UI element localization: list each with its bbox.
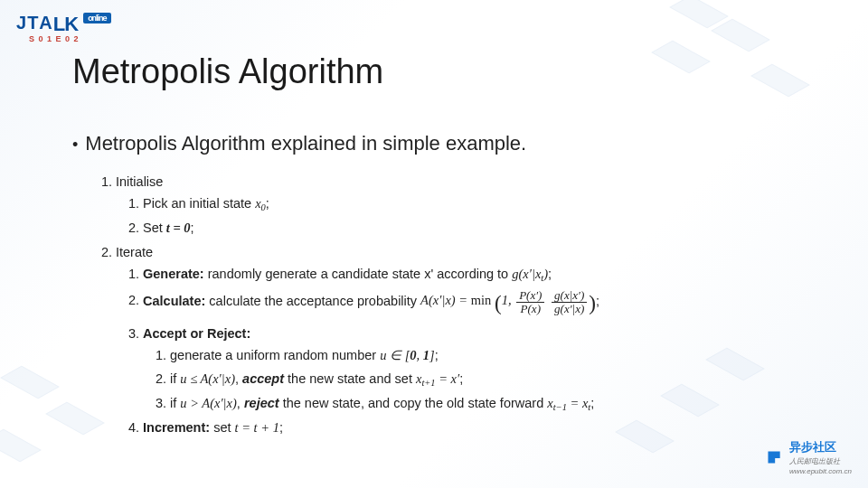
bullet-text: Metropolis Algorithm explained in simple…: [85, 132, 526, 155]
algo-subsubstep: generate a uniform random number u ∈ [0,…: [170, 345, 814, 365]
algo-text: the new state, and copy the old state fo…: [279, 396, 548, 410]
brand-logo-jtalk: JTALK online: [16, 13, 111, 36]
algo-strong: Calculate:: [143, 293, 205, 307]
algo-math: u ≤ A(x′|x): [180, 371, 235, 386]
algo-math: g(x′|xt): [512, 267, 548, 281]
algo-text: Set: [143, 221, 166, 235]
algo-step-label: Iterate: [116, 245, 153, 259]
algo-math: A(x′|x) = min (1, P(x′)P(x) g(x|x′)g(x′|…: [420, 293, 596, 307]
bullet-dot-icon: •: [72, 132, 78, 157]
algo-math: xt−1 = xt: [547, 396, 590, 410]
algo-substep-accept-reject: Accept or Reject: generate a uniform ran…: [143, 324, 814, 415]
algo-text: if: [170, 371, 180, 386]
algorithm-block: Initialise Pick an initial state x0; Set…: [96, 172, 814, 442]
algo-step-label: Initialise: [116, 174, 163, 189]
algo-substep: Set t = 0;: [143, 218, 814, 238]
brand-episode-code: S 0 1 E 0 2: [29, 34, 80, 43]
algo-step-iterate: Iterate Generate: randomly generate a ca…: [116, 242, 814, 438]
algo-math: x0: [255, 196, 266, 211]
algo-strong: Accept or Reject:: [143, 326, 250, 341]
bullet-item: • Metropolis Algorithm explained in simp…: [72, 132, 526, 157]
algo-substep-generate: Generate: randomly generate a candidate …: [143, 264, 814, 286]
algo-substep: Pick an initial state x0;: [143, 193, 814, 215]
algo-text: the new state and set: [284, 371, 416, 386]
page-title: Metropolis Algorithm: [72, 52, 383, 91]
algo-subsubstep: if u > A(x′|x), reject the new state, an…: [170, 393, 814, 415]
algo-math: t = 0: [166, 221, 191, 235]
algo-strong: Generate:: [143, 267, 204, 281]
algo-text: set: [210, 420, 234, 435]
algo-math: xt+1 = x′: [416, 371, 459, 386]
algo-text: randomly generate a candidate state x' a…: [204, 267, 513, 281]
algo-text: generate a uniform random number: [170, 348, 380, 362]
algo-substep-increment: Increment: set t = t + 1;: [143, 418, 814, 437]
algo-action: accept: [242, 371, 284, 386]
epubit-mark-icon: [764, 447, 784, 467]
algo-action: reject: [244, 396, 279, 410]
algo-subsubstep: if u ≤ A(x′|x), accept the new state and…: [170, 369, 814, 390]
algo-math: u > A(x′|x): [180, 396, 237, 410]
algo-step-initialise: Initialise Pick an initial state x0; Set…: [116, 172, 814, 239]
algo-text: if: [170, 396, 180, 410]
algo-substep-calculate: Calculate: calculate the acceptance prob…: [143, 288, 814, 321]
background-cubes-top-right: [642, 0, 868, 145]
brand-logo-epubit: 异步社区 人民邮电出版社 www.epubit.com.cn: [764, 439, 852, 475]
algo-text: ,: [235, 371, 242, 386]
algo-math: t = t + 1: [235, 420, 279, 435]
algo-text: Pick an initial state: [143, 196, 255, 211]
epubit-text: 异步社区: [789, 440, 836, 454]
algo-math-one: 1: [502, 293, 508, 307]
algo-text: ,: [237, 396, 244, 410]
algo-text: calculate the acceptance probability: [205, 293, 420, 307]
algo-strong: Increment:: [143, 420, 210, 435]
epubit-sub2: www.epubit.com.cn: [789, 467, 852, 475]
epubit-sub1: 人民邮电出版社: [789, 456, 852, 466]
brand-online-tag: online: [83, 13, 111, 23]
algo-math: u ∈ [0, 1]: [380, 348, 435, 362]
